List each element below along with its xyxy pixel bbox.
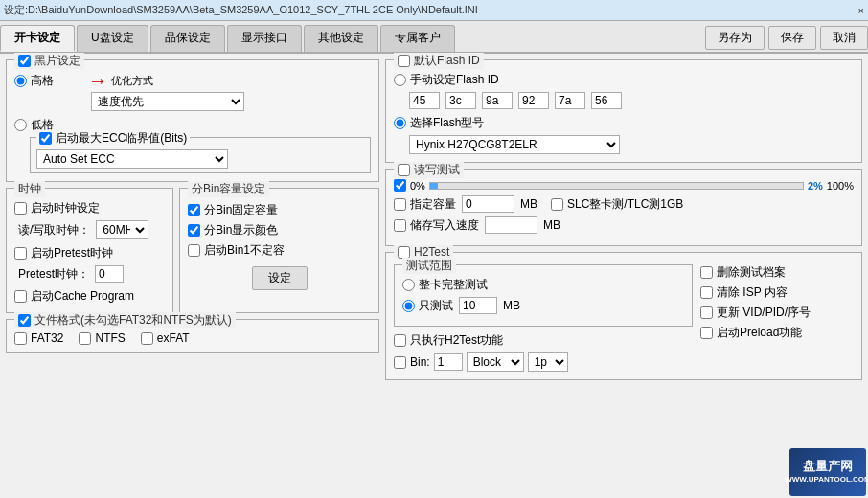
clear-isp-checkbox[interactable] [700, 286, 713, 299]
show-color-checkbox[interactable] [188, 224, 200, 237]
flash-id-4[interactable] [518, 92, 549, 109]
ecc-select[interactable]: Auto Set ECC [36, 149, 228, 169]
clear-isp-label[interactable]: 清除 ISP 内容 [700, 284, 854, 301]
bin-row: Bin: Block Sector KB 1p 2p 4p [394, 352, 693, 372]
flash-model-select[interactable]: Hynix H27QCG8T2ELR [409, 135, 620, 154]
only-h2test-label[interactable]: 只执行H2Test功能 [394, 332, 693, 349]
only-test-radio[interactable] [402, 300, 415, 312]
start-clock-checkbox[interactable] [14, 202, 27, 215]
flash-id-1[interactable] [409, 92, 440, 109]
tab-client[interactable]: 专属客户 [380, 25, 455, 52]
cache-program-label[interactable]: 启动Cache Program [14, 288, 165, 305]
flash-id-checkbox[interactable] [398, 55, 410, 67]
flash-id-5[interactable] [555, 92, 585, 109]
exfat-checkbox[interactable] [141, 332, 153, 345]
low-grade-radio[interactable] [14, 119, 27, 131]
progress-checkbox[interactable] [394, 179, 406, 192]
h2test-left: 测试范围 整卡完整测试 只测试 [394, 264, 693, 372]
fixed-capacity-checkbox[interactable] [188, 204, 200, 216]
update-vid-label[interactable]: 更新 VID/PID/序号 [700, 305, 854, 321]
ntfs-checkbox[interactable] [79, 332, 91, 345]
bin1-uncertain-checkbox[interactable] [188, 244, 200, 257]
only-test-label[interactable]: 只测试 [402, 298, 453, 314]
tab-kaika[interactable]: 开卡设定 [0, 25, 75, 52]
high-grade-radio[interactable] [14, 75, 27, 87]
pretest-clock-input[interactable] [95, 265, 124, 283]
only-test-input[interactable] [459, 297, 497, 314]
file-format-title: 文件格式(未勾选FAT32和NTFS为默认) [14, 312, 236, 328]
write-speed-checkbox[interactable] [394, 219, 406, 232]
black-chip-title: 黑片设定 [14, 53, 84, 69]
select-type-radio[interactable] [394, 117, 406, 129]
bin-checkbox[interactable] [394, 356, 406, 369]
flash-id-2[interactable] [445, 92, 476, 109]
unit-select[interactable]: 1p 2p 4p [528, 352, 568, 372]
full-test-label[interactable]: 整卡完整测试 [402, 277, 684, 293]
tab-actions: 另存为 保存 取消 [701, 25, 868, 52]
tab-udisk[interactable]: U盘设定 [77, 25, 148, 52]
fixed-capacity-label[interactable]: 分Bin固定容量 [188, 202, 371, 218]
main-content: 黑片设定 高格 → 优化方式 速度优先 [0, 54, 868, 496]
save-as-button[interactable]: 另存为 [705, 26, 765, 50]
full-test-radio[interactable] [402, 279, 415, 291]
progress-label: 2% [808, 180, 823, 192]
bin-checkbox-label[interactable]: Bin: [394, 355, 430, 369]
specify-capacity-checkbox[interactable] [394, 198, 406, 211]
tab-display[interactable]: 显示接口 [227, 25, 302, 52]
clock-group: 时钟 启动时钟设定 读/写取时钟： 60MHz 启动Pretest时 [6, 188, 173, 313]
pretest-checkbox[interactable] [14, 247, 27, 260]
progress-row: 0% 2% 100% [394, 179, 854, 192]
specify-capacity-label[interactable]: 指定容量 [394, 196, 456, 213]
delete-test-files-label[interactable]: 删除测试档案 [700, 264, 854, 281]
slc-test-label[interactable]: SLC整卡测/TLC测1GB [551, 196, 683, 213]
cache-program-checkbox[interactable] [14, 290, 27, 303]
rw-clock-select[interactable]: 60MHz [96, 220, 148, 239]
preload-label[interactable]: 启动Preload功能 [700, 325, 854, 341]
show-color-label[interactable]: 分Bin显示颜色 [188, 222, 371, 238]
h2test-group: H2Test 测试范围 整卡完整测试 [385, 252, 862, 380]
tab-pinbao[interactable]: 品保设定 [150, 25, 225, 52]
bin-settings-content: 分Bin固定容量 分Bin显示颜色 启动Bin1不定容 设定 [188, 202, 371, 290]
file-format-checkbox[interactable] [18, 314, 31, 327]
block-select[interactable]: Block Sector KB [467, 352, 524, 372]
delete-test-files-checkbox[interactable] [700, 266, 713, 279]
start-clock-label[interactable]: 启动时钟设定 [14, 200, 165, 216]
high-grade-label[interactable]: 高格 [14, 73, 54, 89]
close-icon[interactable]: × [858, 5, 864, 16]
cancel-button[interactable]: 取消 [820, 26, 868, 50]
ecc-checkbox[interactable] [39, 132, 52, 145]
write-speed-label[interactable]: 储存写入速度 [394, 217, 479, 234]
rw-test-group: 读写测试 0% 2% 100% 指定容量 [385, 169, 862, 246]
update-vid-checkbox[interactable] [700, 306, 713, 319]
manual-flash-label[interactable]: 手动设定Flash ID [394, 72, 854, 88]
optimize-label: 优化方式 [111, 74, 153, 88]
select-type-label[interactable]: 选择Flash型号 [394, 115, 854, 131]
bin1-uncertain-label[interactable]: 启动Bin1不定容 [188, 242, 371, 259]
fat32-label[interactable]: FAT32 [14, 331, 63, 345]
file-format-group: 文件格式(未勾选FAT32和NTFS为默认) FAT32 NTFS exFAT [6, 319, 379, 353]
exfat-label[interactable]: exFAT [141, 331, 190, 345]
specify-capacity-input[interactable] [462, 195, 514, 213]
bin-value-input[interactable] [434, 353, 463, 371]
flash-id-6[interactable] [591, 92, 622, 109]
tab-other[interactable]: 其他设定 [304, 25, 378, 52]
flash-id-3[interactable] [482, 92, 513, 109]
rw-test-checkbox[interactable] [398, 164, 410, 176]
only-h2test-checkbox[interactable] [394, 334, 406, 347]
pretest-label[interactable]: 启动Pretest时钟 [14, 245, 165, 261]
preload-checkbox[interactable] [700, 327, 713, 339]
h2test-checkbox[interactable] [398, 246, 410, 259]
ntfs-label[interactable]: NTFS [79, 331, 125, 345]
bin-settings-group: 分Bin容量设定 分Bin固定容量 分Bin显示颜色 启动Bin1不定容 [179, 188, 379, 313]
fat32-checkbox[interactable] [14, 332, 27, 345]
black-chip-checkbox[interactable] [18, 55, 31, 67]
slc-test-checkbox[interactable] [551, 198, 563, 211]
save-button[interactable]: 保存 [768, 26, 816, 50]
bin-set-button[interactable]: 设定 [252, 266, 308, 290]
bin-settings-title: 分Bin容量设定 [188, 181, 269, 197]
write-speed-input[interactable] [485, 216, 537, 234]
clock-title: 时钟 [14, 181, 45, 197]
optimize-select[interactable]: 速度优先 [91, 92, 244, 111]
manual-flash-radio[interactable] [394, 74, 406, 86]
bottom-row: 时钟 启动时钟设定 读/写取时钟： 60MHz 启动Pretest时 [6, 188, 379, 313]
